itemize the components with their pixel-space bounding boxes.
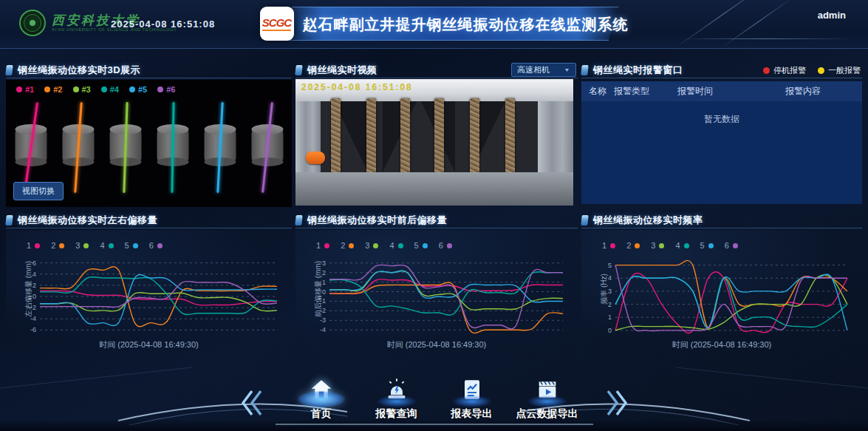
- panel-title-icon: [295, 65, 302, 75]
- x-axis-label: 时间 (2025-04-08 16:49:30): [295, 339, 578, 350]
- legend-item[interactable]: 5: [125, 241, 138, 250]
- legend-item[interactable]: #3: [73, 85, 91, 94]
- wire-rope: [331, 98, 341, 175]
- panel-header: 钢丝绳振动位移实时3D展示: [6, 63, 292, 78]
- col-name: 名称: [589, 85, 614, 98]
- university-logo-icon: [19, 10, 46, 36]
- line-chart: 6420-2-4-6: [19, 253, 281, 340]
- view-switch-button[interactable]: 视图切换: [13, 182, 64, 200]
- orange-sensor: [306, 152, 325, 164]
- video-timestamp: 2025-04-08 16:51:08: [301, 82, 413, 92]
- rope-unit: [157, 102, 188, 194]
- scgc-logo-text: SCGC: [262, 16, 291, 31]
- legend-item[interactable]: 6: [725, 241, 738, 250]
- legend-item[interactable]: 2: [626, 241, 640, 250]
- wire-rope: [470, 98, 479, 175]
- panel-title: 钢丝绳振动位移实时前后偏移量: [307, 214, 447, 227]
- camera-select-value: 高速相机: [517, 64, 550, 75]
- panel-live-video: 钢丝绳实时视频 高速相机 ▼: [295, 63, 578, 207]
- panel-header: 钢丝绳实时报警窗口 停机报警一般报警: [581, 63, 862, 78]
- col-type: 报警类型: [614, 85, 677, 98]
- panel-chart-fb-offset: 钢丝绳振动位移实时前后偏移量 123456 3210-1-2-3-4 前后偏移量…: [295, 213, 578, 355]
- legend-item[interactable]: 5: [700, 241, 714, 250]
- legend-item[interactable]: 2: [341, 241, 354, 250]
- x-axis-label: 时间 (2025-04-08 16:49:30): [6, 339, 292, 350]
- page-title: 赵石畔副立井提升钢丝绳振动位移在线监测系统: [303, 4, 629, 43]
- legend-item[interactable]: 4: [675, 241, 688, 250]
- nav-glow: [377, 396, 416, 407]
- rope-3d-row: [15, 102, 283, 194]
- legend-item[interactable]: 2: [51, 241, 64, 250]
- legend-item[interactable]: 3: [651, 241, 664, 250]
- alarm-legend-item: 一般报警: [818, 65, 861, 76]
- camera-select[interactable]: 高速相机 ▼: [511, 63, 576, 77]
- nav-glow: [298, 391, 345, 407]
- legend-item[interactable]: #6: [157, 85, 175, 94]
- rope-unit: [15, 102, 47, 194]
- panel-title-icon: [295, 215, 302, 225]
- legend-item[interactable]: 4: [100, 241, 113, 250]
- panel-3d-display: 钢丝绳振动位移实时3D展示 #1#2#3#4#5#6 视图切换: [6, 63, 292, 207]
- legend-item[interactable]: #1: [16, 85, 34, 94]
- nav-item-report[interactable]: 报表导出: [440, 376, 505, 421]
- header: 西安科技大学 XI'AN UNIVERSITY OF SCIENCE AND T…: [0, 0, 868, 49]
- legend-item[interactable]: 6: [149, 241, 163, 250]
- legend-item[interactable]: 3: [75, 241, 89, 250]
- alarm-legend-item: 停机报警: [763, 65, 806, 76]
- rope-line: [171, 102, 174, 193]
- bottom-nav: 首页报警查询报表导出点云数据导出: [234, 376, 635, 425]
- line-chart: 3210-1-2-3-4: [309, 253, 567, 340]
- panel-header: 钢丝绳实时视频 高速相机 ▼: [295, 63, 578, 78]
- panel-title-icon: [581, 215, 588, 225]
- nav-item-home[interactable]: 首页: [289, 376, 354, 421]
- legend-item[interactable]: 6: [439, 241, 452, 250]
- chart-legend: 123456: [27, 241, 163, 250]
- panel-title-icon: [581, 65, 588, 75]
- legend-item[interactable]: 3: [365, 241, 378, 250]
- rope-unit: [251, 102, 283, 194]
- col-time: 报警时间: [677, 85, 785, 98]
- x-axis-label: 时间 (2025-04-08 16:49:30): [581, 339, 862, 350]
- panel-title-icon: [5, 65, 13, 75]
- legend-item[interactable]: #4: [101, 85, 119, 94]
- username[interactable]: admin: [818, 10, 846, 21]
- legend-item[interactable]: #5: [129, 85, 147, 94]
- dashboard: 西安科技大学 XI'AN UNIVERSITY OF SCIENCE AND T…: [0, 0, 868, 431]
- scgc-logo: SCGC: [260, 7, 294, 41]
- header-decor-line: [685, 38, 847, 39]
- panel-chart-frequency: 钢丝绳振动位移实时频率 123456 543210 频率 (Hz) 时间 (20…: [581, 213, 862, 355]
- title-banner: SCGC 赵石畔副立井提升钢丝绳振动位移在线监测系统: [257, 4, 612, 43]
- alarm-table: 名称 报警类型 报警时间 报警内容 暂无数据: [581, 81, 862, 204]
- chevron-down-icon: ▼: [564, 67, 570, 73]
- chart-legend: 123456: [602, 241, 738, 250]
- 3d-view[interactable]: #1#2#3#4#5#6 视图切换: [6, 80, 292, 207]
- legend-item[interactable]: #2: [44, 85, 62, 94]
- wire-rope: [505, 98, 515, 175]
- p3d-legend: #1#2#3#4#5#6: [16, 85, 176, 94]
- rope-unit: [204, 102, 236, 194]
- wire-rope: [434, 98, 444, 175]
- nav-item-export-video[interactable]: 点云数据导出: [515, 376, 580, 421]
- header-datetime: 2025-04-08 16:51:08: [111, 18, 215, 30]
- nav-prev-icon[interactable]: [239, 387, 264, 419]
- footer-base-band: [0, 419, 868, 431]
- video-feed: 2025-04-08 16:51:08: [295, 79, 573, 206]
- panel-title: 钢丝绳实时视频: [307, 64, 377, 77]
- alarm-table-header: 名称 报警类型 报警时间 报警内容: [581, 81, 862, 101]
- panel-chart-lr-offset: 钢丝绳振动位移实时左右偏移量 123456 6420-2-4-6 左右偏移量 (…: [6, 213, 292, 355]
- panel-title: 钢丝绳振动位移实时频率: [593, 214, 703, 227]
- legend-item[interactable]: 5: [414, 241, 428, 250]
- rope-unit: [109, 102, 141, 194]
- video-machinery-band: [295, 101, 573, 172]
- nav-items: 首页报警查询报表导出点云数据导出: [276, 376, 593, 425]
- video-floor-band: [295, 172, 573, 206]
- nav-next-icon[interactable]: [605, 387, 630, 419]
- panel-title: 钢丝绳振动位移实时左右偏移量: [18, 214, 157, 227]
- chart-legend: 123456: [316, 241, 452, 250]
- nav-item-alarm[interactable]: 报警查询: [364, 376, 429, 421]
- footer: 首页报警查询报表导出点云数据导出: [0, 366, 868, 431]
- y-axis-label: 左右偏移量 (mm): [24, 241, 34, 337]
- line-chart: 543210: [595, 253, 852, 340]
- legend-item[interactable]: 4: [389, 241, 403, 250]
- wire-rope: [400, 98, 410, 175]
